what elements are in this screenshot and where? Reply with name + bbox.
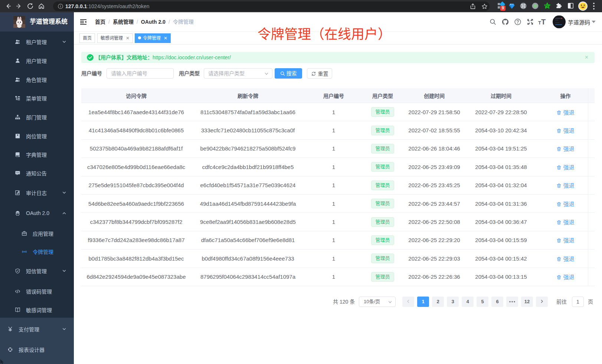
svg-text:A: A — [24, 251, 25, 253]
